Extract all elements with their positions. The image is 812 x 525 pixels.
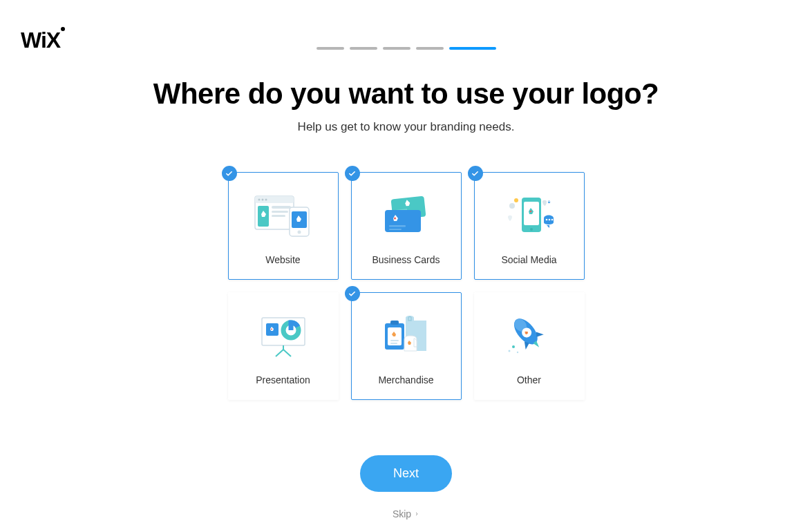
svg-point-26 (551, 219, 553, 221)
svg-point-46 (516, 352, 518, 353)
svg-point-27 (548, 201, 549, 202)
svg-point-44 (512, 345, 515, 348)
svg-point-19 (514, 198, 518, 202)
actions-bar: Next Skip (0, 455, 812, 519)
svg-rect-6 (272, 206, 291, 209)
option-label: Merchandise (378, 374, 433, 385)
svg-point-15 (394, 218, 396, 220)
svg-point-18 (509, 203, 515, 209)
svg-rect-1 (255, 196, 294, 203)
page-header: Where do you want to use your logo? Help… (0, 77, 812, 134)
social-media-icon (495, 191, 564, 240)
progress-segment (383, 47, 410, 50)
options-grid: Website Business Cards (0, 172, 812, 400)
check-icon (345, 166, 360, 181)
svg-point-3 (261, 199, 263, 201)
option-card-business-cards[interactable]: Business Cards (351, 172, 462, 280)
page-subtitle: Help us get to know your branding needs. (0, 120, 812, 134)
svg-point-11 (297, 231, 301, 234)
progress-segment (317, 47, 344, 50)
svg-rect-8 (272, 215, 285, 217)
svg-point-25 (548, 219, 550, 221)
svg-rect-16 (389, 225, 406, 227)
option-card-other[interactable]: Other (474, 292, 585, 400)
progress-bar (0, 0, 812, 50)
svg-line-33 (276, 350, 283, 356)
rocket-icon (495, 311, 564, 361)
website-icon (249, 191, 318, 240)
svg-point-4 (265, 199, 267, 201)
option-card-website[interactable]: Website (228, 172, 339, 280)
wix-logo: WiX (21, 28, 60, 53)
svg-point-24 (545, 219, 547, 221)
svg-line-34 (283, 350, 291, 356)
option-label: Social Media (501, 254, 556, 265)
svg-point-22 (529, 211, 531, 212)
business-cards-icon (372, 191, 441, 240)
option-card-social-media[interactable]: Social Media (474, 172, 585, 280)
skip-label: Skip (393, 508, 411, 519)
option-card-presentation[interactable]: Presentation (228, 292, 339, 400)
presentation-icon (249, 311, 318, 361)
svg-rect-17 (389, 229, 402, 230)
svg-point-23 (530, 228, 533, 231)
next-button[interactable]: Next (360, 455, 452, 492)
check-icon (468, 166, 483, 181)
option-label: Website (265, 254, 300, 265)
progress-segment-active (449, 47, 496, 50)
chevron-right-icon (414, 510, 419, 517)
svg-point-45 (508, 350, 510, 352)
option-label: Business Cards (372, 254, 440, 265)
check-icon (345, 286, 360, 301)
svg-rect-36 (390, 321, 399, 325)
svg-rect-38 (390, 340, 399, 341)
progress-segment (416, 47, 444, 50)
svg-point-30 (271, 329, 272, 330)
svg-rect-39 (390, 343, 397, 344)
skip-link[interactable]: Skip (393, 508, 419, 519)
progress-segment (350, 47, 377, 50)
svg-point-2 (258, 199, 260, 201)
option-card-merchandise[interactable]: Merchandise (351, 292, 462, 400)
merchandise-icon (372, 311, 441, 361)
check-icon (222, 166, 237, 181)
option-label: Presentation (256, 374, 310, 385)
svg-rect-7 (272, 211, 288, 213)
page-title: Where do you want to use your logo? (0, 77, 812, 111)
option-label: Other (517, 374, 541, 385)
